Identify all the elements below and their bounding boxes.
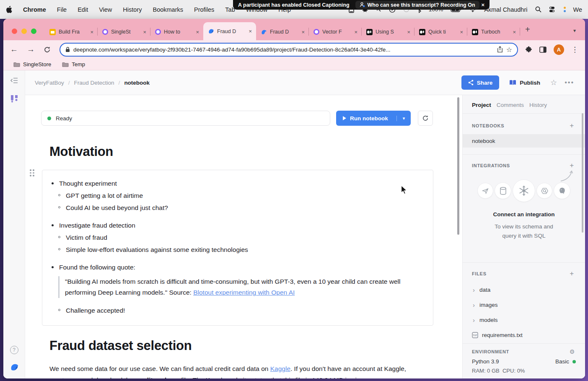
tab-search-chevron-icon[interactable]: ▾ xyxy=(573,28,576,34)
tab-close-icon[interactable]: × xyxy=(89,29,94,35)
browser-tab-active[interactable]: Fraud D× xyxy=(203,22,256,40)
machine-status[interactable]: Ready xyxy=(41,111,330,126)
close-window-button[interactable] xyxy=(12,29,17,34)
environment-settings-icon[interactable]: ⚙ xyxy=(570,348,575,355)
tab-close-icon[interactable]: × xyxy=(300,29,306,35)
markdown-cell[interactable]: Thought experiment GPT getting a lot of … xyxy=(42,170,433,326)
folder-row-images[interactable]: ›images xyxy=(463,297,585,312)
menu-item-edit[interactable]: Edit xyxy=(78,6,88,13)
notebook-list-item-selected[interactable]: notebook xyxy=(463,134,585,148)
extensions-icon[interactable] xyxy=(525,46,532,53)
menu-item-history[interactable]: History xyxy=(123,6,142,13)
file-row-requirements[interactable]: TXT requirements.txt xyxy=(463,327,585,342)
help-icon[interactable]: ? xyxy=(10,346,18,354)
tab-close-icon[interactable]: × xyxy=(142,29,147,35)
tab-close-icon[interactable]: × xyxy=(195,29,200,35)
share-icon xyxy=(468,80,474,86)
side-panel-icon[interactable] xyxy=(539,47,547,53)
logged-in-user[interactable]: Akmal Chaudhri xyxy=(484,6,527,13)
chevron-right-icon[interactable]: › xyxy=(473,301,475,308)
redshift-integration-icon[interactable] xyxy=(495,182,511,199)
menu-item-file[interactable]: File xyxy=(57,6,67,13)
postgresql-integration-icon[interactable] xyxy=(554,182,570,199)
menu-item-view[interactable]: View xyxy=(99,6,112,13)
browser-tab[interactable]: Fraud D× xyxy=(256,23,309,40)
menu-item-profiles[interactable]: Profiles xyxy=(194,6,214,13)
bookmark-folder[interactable]: SingleStore xyxy=(13,61,51,67)
more-options-icon[interactable]: ••• xyxy=(565,79,574,86)
reload-button[interactable] xyxy=(44,46,51,53)
content-scrollbar[interactable] xyxy=(457,97,459,235)
maximize-window-button[interactable] xyxy=(31,29,36,34)
snowflake-integration-icon[interactable] xyxy=(513,179,535,202)
apple-logo-icon[interactable] xyxy=(6,6,12,13)
tab-close-icon[interactable]: × xyxy=(406,29,411,35)
run-options-chevron-icon[interactable]: ▾ xyxy=(396,116,411,121)
quote-source-link[interactable]: Blotout experimenting with Open AI xyxy=(193,289,295,296)
favorite-star-icon[interactable]: ☆ xyxy=(550,78,557,87)
chrome-menu-icon[interactable]: ⋮ xyxy=(571,45,578,54)
browser-tab[interactable]: SingleSt× xyxy=(98,23,150,40)
tab-close-icon[interactable]: × xyxy=(459,29,464,35)
deepnote-page: ? VeryFatBoy / Fraud Detection / noteboo… xyxy=(3,70,585,378)
environment-panel: ENVIRONMENT ⚙ Python 3.9 Basic RAM: 0 GB… xyxy=(463,343,585,378)
list-item: Could AI be used beyond just chat? xyxy=(58,202,422,214)
run-notebook-button[interactable]: Run notebook ▾ xyxy=(336,111,411,126)
create-account-link[interactable]: create one xyxy=(49,376,80,379)
list-item: Simple low-effort evaluations against so… xyxy=(58,244,422,256)
chevron-right-icon[interactable]: › xyxy=(473,286,475,293)
workspace-logo-icon[interactable] xyxy=(10,94,19,105)
browser-tab[interactable]: How to× xyxy=(150,23,203,40)
slides-favicon xyxy=(49,29,56,35)
tab-close-icon[interactable]: × xyxy=(512,29,517,35)
sidebar-scrollbar[interactable] xyxy=(582,113,583,233)
collapse-sidebar-icon[interactable] xyxy=(10,77,18,86)
profile-avatar[interactable]: A xyxy=(554,44,564,55)
browser-tab[interactable]: Turboch× xyxy=(467,23,520,40)
bigquery-integration-icon[interactable] xyxy=(536,183,552,199)
tab-project[interactable]: Project xyxy=(472,102,491,108)
breadcrumb-notebook[interactable]: notebook xyxy=(124,80,150,86)
bookmark-folder[interactable]: Temp xyxy=(62,61,85,67)
browser-tab[interactable]: Quick ti× xyxy=(414,23,467,40)
tab-close-icon[interactable]: × xyxy=(248,28,253,34)
add-notebook-button[interactable]: + xyxy=(570,122,574,130)
spotlight-search-icon[interactable] xyxy=(535,6,541,13)
drag-handle[interactable] xyxy=(30,169,34,176)
address-bar[interactable]: deepnote.com/workspace/veryfatboy-2f930b… xyxy=(60,43,518,57)
banner-close-icon[interactable]: × xyxy=(481,2,484,8)
browser-tab[interactable]: Build Fra× xyxy=(45,23,98,40)
restart-machine-button[interactable] xyxy=(418,111,433,126)
tab-comments[interactable]: Comments xyxy=(497,102,524,108)
back-button[interactable]: ← xyxy=(10,45,18,54)
lock-icon[interactable] xyxy=(65,47,70,52)
publish-button[interactable]: Publish xyxy=(507,80,543,86)
tab-history[interactable]: History xyxy=(529,102,547,108)
url-text[interactable]: deepnote.com/workspace/veryfatboy-2f930b… xyxy=(73,47,494,53)
folder-row-models[interactable]: ›models xyxy=(463,312,585,327)
share-button[interactable]: Share xyxy=(461,75,500,90)
files-section-header: FILES + xyxy=(463,263,585,282)
left-rail: ? xyxy=(3,70,25,378)
tab-close-icon[interactable]: × xyxy=(353,29,358,35)
forward-button[interactable]: → xyxy=(27,45,35,54)
chevron-right-icon[interactable]: › xyxy=(473,316,475,324)
control-center-icon[interactable] xyxy=(549,6,556,13)
transcript-notice[interactable]: Who can see this transcript? Recording O… xyxy=(355,1,479,9)
kaggle-link[interactable]: Kaggle xyxy=(270,365,290,372)
add-file-button[interactable]: + xyxy=(570,270,574,278)
share-page-icon[interactable] xyxy=(497,46,503,53)
minimize-window-button[interactable] xyxy=(21,29,27,34)
breadcrumb-project[interactable]: Fraud Detection xyxy=(74,80,114,86)
bookmark-star-icon[interactable]: ☆ xyxy=(506,46,512,54)
breadcrumb-workspace[interactable]: VeryFatBoy xyxy=(35,80,64,86)
menu-item-bookmarks[interactable]: Bookmarks xyxy=(153,6,183,13)
browser-tab[interactable]: Vector F× xyxy=(309,23,362,40)
resource-usage-label: RAM: 0 GB CPU: 0% xyxy=(463,365,585,374)
menu-item-chrome[interactable]: Chrome xyxy=(23,6,46,13)
browser-tab[interactable]: Using S× xyxy=(362,23,414,40)
window-controls[interactable] xyxy=(12,29,36,34)
new-tab-button[interactable]: + xyxy=(525,25,530,34)
folder-row-data[interactable]: ›data xyxy=(463,282,585,297)
paper-plane-integration-icon[interactable] xyxy=(477,183,493,199)
